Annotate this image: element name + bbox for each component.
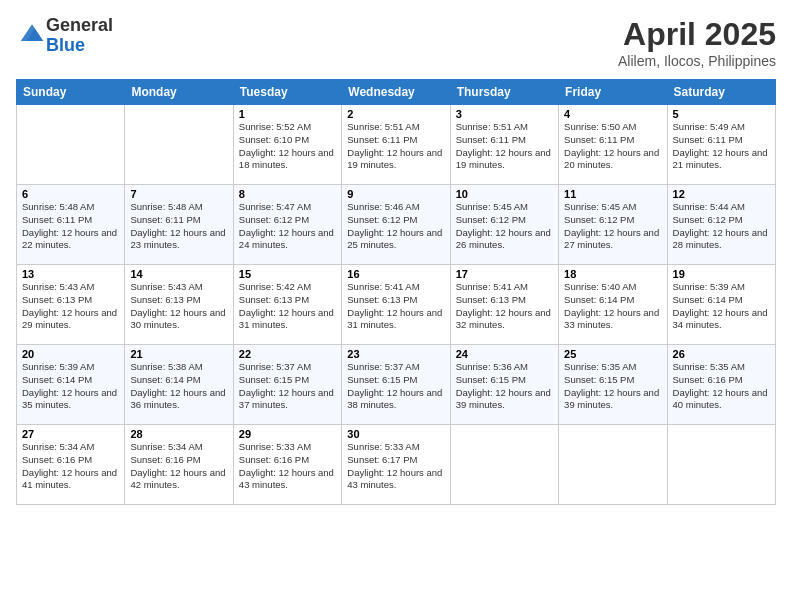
day-number: 21	[130, 348, 227, 360]
header: General Blue April 2025 Alilem, Ilocos, …	[16, 16, 776, 69]
day-info: Sunrise: 5:52 AMSunset: 6:10 PMDaylight:…	[239, 121, 336, 172]
day-number: 20	[22, 348, 119, 360]
day-info: Sunrise: 5:40 AMSunset: 6:14 PMDaylight:…	[564, 281, 661, 332]
calendar-cell: 22Sunrise: 5:37 AMSunset: 6:15 PMDayligh…	[233, 345, 341, 425]
logo-general: General	[46, 15, 113, 35]
calendar-cell: 26Sunrise: 5:35 AMSunset: 6:16 PMDayligh…	[667, 345, 775, 425]
calendar-cell: 19Sunrise: 5:39 AMSunset: 6:14 PMDayligh…	[667, 265, 775, 345]
logo-blue: Blue	[46, 35, 85, 55]
day-info: Sunrise: 5:48 AMSunset: 6:11 PMDaylight:…	[22, 201, 119, 252]
day-info: Sunrise: 5:39 AMSunset: 6:14 PMDaylight:…	[22, 361, 119, 412]
title-block: April 2025 Alilem, Ilocos, Philippines	[618, 16, 776, 69]
day-number: 17	[456, 268, 553, 280]
col-monday: Monday	[125, 80, 233, 105]
calendar-cell	[450, 425, 558, 505]
calendar-cell	[559, 425, 667, 505]
week-row-1: 1Sunrise: 5:52 AMSunset: 6:10 PMDaylight…	[17, 105, 776, 185]
day-number: 5	[673, 108, 770, 120]
day-number: 11	[564, 188, 661, 200]
page: General Blue April 2025 Alilem, Ilocos, …	[0, 0, 792, 612]
col-friday: Friday	[559, 80, 667, 105]
day-number: 15	[239, 268, 336, 280]
day-number: 16	[347, 268, 444, 280]
day-info: Sunrise: 5:44 AMSunset: 6:12 PMDaylight:…	[673, 201, 770, 252]
day-number: 29	[239, 428, 336, 440]
calendar-cell: 12Sunrise: 5:44 AMSunset: 6:12 PMDayligh…	[667, 185, 775, 265]
col-tuesday: Tuesday	[233, 80, 341, 105]
calendar-cell: 20Sunrise: 5:39 AMSunset: 6:14 PMDayligh…	[17, 345, 125, 425]
day-number: 28	[130, 428, 227, 440]
day-number: 30	[347, 428, 444, 440]
day-number: 13	[22, 268, 119, 280]
day-info: Sunrise: 5:38 AMSunset: 6:14 PMDaylight:…	[130, 361, 227, 412]
day-number: 24	[456, 348, 553, 360]
week-row-2: 6Sunrise: 5:48 AMSunset: 6:11 PMDaylight…	[17, 185, 776, 265]
day-info: Sunrise: 5:42 AMSunset: 6:13 PMDaylight:…	[239, 281, 336, 332]
calendar-cell: 7Sunrise: 5:48 AMSunset: 6:11 PMDaylight…	[125, 185, 233, 265]
day-info: Sunrise: 5:43 AMSunset: 6:13 PMDaylight:…	[130, 281, 227, 332]
day-info: Sunrise: 5:34 AMSunset: 6:16 PMDaylight:…	[130, 441, 227, 492]
subtitle: Alilem, Ilocos, Philippines	[618, 53, 776, 69]
day-info: Sunrise: 5:41 AMSunset: 6:13 PMDaylight:…	[456, 281, 553, 332]
day-number: 9	[347, 188, 444, 200]
logo-text: General Blue	[46, 16, 113, 56]
calendar-cell	[667, 425, 775, 505]
day-info: Sunrise: 5:36 AMSunset: 6:15 PMDaylight:…	[456, 361, 553, 412]
calendar-cell: 27Sunrise: 5:34 AMSunset: 6:16 PMDayligh…	[17, 425, 125, 505]
day-number: 7	[130, 188, 227, 200]
calendar-cell: 2Sunrise: 5:51 AMSunset: 6:11 PMDaylight…	[342, 105, 450, 185]
day-info: Sunrise: 5:48 AMSunset: 6:11 PMDaylight:…	[130, 201, 227, 252]
day-info: Sunrise: 5:33 AMSunset: 6:16 PMDaylight:…	[239, 441, 336, 492]
calendar-cell: 17Sunrise: 5:41 AMSunset: 6:13 PMDayligh…	[450, 265, 558, 345]
day-number: 22	[239, 348, 336, 360]
day-info: Sunrise: 5:33 AMSunset: 6:17 PMDaylight:…	[347, 441, 444, 492]
day-info: Sunrise: 5:41 AMSunset: 6:13 PMDaylight:…	[347, 281, 444, 332]
day-info: Sunrise: 5:35 AMSunset: 6:16 PMDaylight:…	[673, 361, 770, 412]
calendar-cell: 30Sunrise: 5:33 AMSunset: 6:17 PMDayligh…	[342, 425, 450, 505]
calendar-cell: 23Sunrise: 5:37 AMSunset: 6:15 PMDayligh…	[342, 345, 450, 425]
calendar-cell: 18Sunrise: 5:40 AMSunset: 6:14 PMDayligh…	[559, 265, 667, 345]
calendar-cell: 3Sunrise: 5:51 AMSunset: 6:11 PMDaylight…	[450, 105, 558, 185]
calendar-cell: 24Sunrise: 5:36 AMSunset: 6:15 PMDayligh…	[450, 345, 558, 425]
calendar-table: Sunday Monday Tuesday Wednesday Thursday…	[16, 79, 776, 505]
calendar-cell: 5Sunrise: 5:49 AMSunset: 6:11 PMDaylight…	[667, 105, 775, 185]
calendar-cell	[125, 105, 233, 185]
calendar-cell: 15Sunrise: 5:42 AMSunset: 6:13 PMDayligh…	[233, 265, 341, 345]
day-number: 2	[347, 108, 444, 120]
day-info: Sunrise: 5:49 AMSunset: 6:11 PMDaylight:…	[673, 121, 770, 172]
calendar-cell: 8Sunrise: 5:47 AMSunset: 6:12 PMDaylight…	[233, 185, 341, 265]
calendar-cell: 16Sunrise: 5:41 AMSunset: 6:13 PMDayligh…	[342, 265, 450, 345]
day-number: 12	[673, 188, 770, 200]
day-number: 27	[22, 428, 119, 440]
day-number: 1	[239, 108, 336, 120]
calendar-cell: 14Sunrise: 5:43 AMSunset: 6:13 PMDayligh…	[125, 265, 233, 345]
logo-icon	[18, 20, 46, 48]
col-wednesday: Wednesday	[342, 80, 450, 105]
calendar-cell: 21Sunrise: 5:38 AMSunset: 6:14 PMDayligh…	[125, 345, 233, 425]
week-row-4: 20Sunrise: 5:39 AMSunset: 6:14 PMDayligh…	[17, 345, 776, 425]
calendar-cell: 13Sunrise: 5:43 AMSunset: 6:13 PMDayligh…	[17, 265, 125, 345]
day-info: Sunrise: 5:39 AMSunset: 6:14 PMDaylight:…	[673, 281, 770, 332]
calendar-cell: 10Sunrise: 5:45 AMSunset: 6:12 PMDayligh…	[450, 185, 558, 265]
calendar-cell: 25Sunrise: 5:35 AMSunset: 6:15 PMDayligh…	[559, 345, 667, 425]
day-number: 23	[347, 348, 444, 360]
week-row-3: 13Sunrise: 5:43 AMSunset: 6:13 PMDayligh…	[17, 265, 776, 345]
day-info: Sunrise: 5:51 AMSunset: 6:11 PMDaylight:…	[347, 121, 444, 172]
calendar-cell: 6Sunrise: 5:48 AMSunset: 6:11 PMDaylight…	[17, 185, 125, 265]
day-info: Sunrise: 5:37 AMSunset: 6:15 PMDaylight:…	[347, 361, 444, 412]
col-sunday: Sunday	[17, 80, 125, 105]
day-number: 4	[564, 108, 661, 120]
calendar-cell: 4Sunrise: 5:50 AMSunset: 6:11 PMDaylight…	[559, 105, 667, 185]
day-info: Sunrise: 5:51 AMSunset: 6:11 PMDaylight:…	[456, 121, 553, 172]
day-number: 19	[673, 268, 770, 280]
day-number: 25	[564, 348, 661, 360]
day-number: 26	[673, 348, 770, 360]
calendar-cell: 28Sunrise: 5:34 AMSunset: 6:16 PMDayligh…	[125, 425, 233, 505]
day-info: Sunrise: 5:45 AMSunset: 6:12 PMDaylight:…	[564, 201, 661, 252]
calendar-cell: 11Sunrise: 5:45 AMSunset: 6:12 PMDayligh…	[559, 185, 667, 265]
day-number: 8	[239, 188, 336, 200]
calendar-cell: 29Sunrise: 5:33 AMSunset: 6:16 PMDayligh…	[233, 425, 341, 505]
calendar-cell: 9Sunrise: 5:46 AMSunset: 6:12 PMDaylight…	[342, 185, 450, 265]
main-title: April 2025	[618, 16, 776, 53]
col-thursday: Thursday	[450, 80, 558, 105]
